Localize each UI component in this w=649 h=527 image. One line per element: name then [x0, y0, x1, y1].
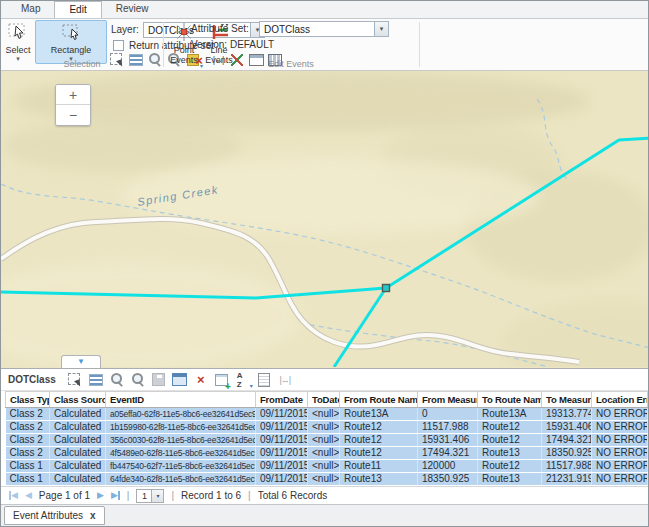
last-page-button[interactable]: ▶ [111, 491, 120, 500]
table-row[interactable]: Class 1Calculated64fde340-62f8-11e5-8bc6… [6, 473, 648, 486]
select-tool-button[interactable]: Select ▾ [3, 20, 33, 64]
previous-page-button[interactable]: ◀ [25, 491, 32, 500]
column-header-class-type[interactable]: Class Type [6, 392, 50, 408]
table-cell[interactable]: 09/11/2015 [256, 447, 308, 460]
table-cell[interactable]: Route11 [340, 460, 418, 473]
table-cell[interactable]: <null> [308, 421, 340, 434]
table-cell[interactable]: 64fde340-62f8-11e5-8bc6-ee32641d5ec9 [106, 473, 256, 486]
table-cell[interactable]: 11517.988 [542, 460, 592, 473]
table-row[interactable]: Class 1Calculatedfb447540-62f7-11e5-8bc6… [6, 460, 648, 473]
zoom-out-button[interactable]: − [56, 105, 90, 125]
table-cell[interactable]: NO ERROR [592, 408, 648, 421]
attribute-set-dropdown-arrow-icon[interactable]: ▾ [374, 22, 388, 36]
edit-notes-icon[interactable] [256, 372, 272, 388]
delete-record-icon[interactable] [193, 372, 209, 388]
table-cell[interactable]: 4f5489e0-62f8-11e5-8bc6-ee32641d5ec9 [106, 447, 256, 460]
panel-collapse-button[interactable]: ▼ [61, 355, 101, 368]
table-cell[interactable]: Class 2 [6, 408, 50, 421]
measure-ranges-icon[interactable] [277, 372, 293, 388]
table-cell[interactable]: <null> [308, 447, 340, 460]
table-cell[interactable]: Route12 [478, 460, 542, 473]
table-cell[interactable]: Route12 [340, 421, 418, 434]
table-row[interactable]: Class 2Calculated356c0030-62f8-11e5-8bc6… [6, 434, 648, 447]
ribbon-tab-map[interactable]: Map [7, 1, 54, 18]
column-header-from-measure[interactable]: From Measure [418, 392, 478, 408]
table-row[interactable]: Class 2Calculated1b159980-62f8-11e5-8bc6… [6, 421, 648, 434]
table-cell[interactable]: 0 [418, 408, 478, 421]
table-cell[interactable]: Route12 [340, 434, 418, 447]
tab-close-icon[interactable]: x [90, 511, 96, 521]
tab-event-attributes[interactable]: Event Attributes x [4, 506, 105, 525]
table-cell[interactable]: 15931.406 [542, 421, 592, 434]
table-cell[interactable]: Class 2 [6, 421, 50, 434]
map-view[interactable]: Spring Creek + − ▼ [1, 71, 648, 368]
ribbon-tab-review[interactable]: Review [102, 1, 163, 18]
table-cell[interactable]: Route12 [340, 447, 418, 460]
return-attribute-set-checkbox[interactable] [113, 40, 124, 51]
next-page-button[interactable]: ▶ [97, 491, 104, 500]
table-cell[interactable]: Calculated [50, 434, 106, 447]
table-cell[interactable]: Class 2 [6, 434, 50, 447]
table-row[interactable]: Class 2Calculateda05effa0-62f8-11e5-8bc6… [6, 408, 648, 421]
attribute-set-dropdown[interactable]: DOTClass ▾ [259, 21, 389, 37]
table-cell[interactable]: Route12 [478, 421, 542, 434]
table-cell[interactable]: fb447540-62f7-11e5-8bc6-ee32641d5ec9 [106, 460, 256, 473]
table-cell[interactable]: <null> [308, 434, 340, 447]
table-cell[interactable]: Route13A [478, 408, 542, 421]
table-cell[interactable]: Calculated [50, 447, 106, 460]
rectangle-tool-button[interactable]: Rectangle ▾ [35, 20, 107, 64]
first-page-button[interactable]: ◀ [9, 491, 18, 500]
table-cell[interactable]: 09/11/2015 [256, 473, 308, 486]
sort-records-icon[interactable]: ▾ [235, 372, 251, 388]
table-cell[interactable]: NO ERROR [592, 421, 648, 434]
table-cell[interactable]: Calculated [50, 421, 106, 434]
zoom-in-button[interactable]: + [56, 85, 90, 105]
table-cell[interactable]: Route13 [478, 473, 542, 486]
table-cell[interactable]: Route13A [340, 408, 418, 421]
table-cell[interactable]: Route12 [478, 434, 542, 447]
table-cell[interactable]: NO ERROR [592, 434, 648, 447]
page-select-arrow-icon[interactable]: ▾ [151, 490, 163, 502]
column-header-class-source[interactable]: Class Source [50, 392, 106, 408]
table-cell[interactable]: 11517.988 [418, 421, 478, 434]
column-header-location-error[interactable]: Location Error [592, 392, 648, 408]
table-cell[interactable]: NO ERROR [592, 473, 648, 486]
column-header-todate[interactable]: ToDate [308, 392, 340, 408]
table-cell[interactable]: NO ERROR [592, 447, 648, 460]
attribute-table-icon[interactable] [172, 372, 188, 388]
column-header-from-route-name[interactable]: From Route Name [340, 392, 418, 408]
table-cell[interactable]: Route13 [340, 473, 418, 486]
table-cell[interactable]: Calculated [50, 473, 106, 486]
table-cell[interactable]: 09/11/2015 [256, 421, 308, 434]
table-cell[interactable]: Class 2 [6, 447, 50, 460]
table-cell[interactable]: Calculated [50, 408, 106, 421]
select-tool-icon[interactable] [67, 372, 83, 388]
column-header-fromdate[interactable]: FromDate [256, 392, 308, 408]
table-cell[interactable]: 09/11/2015 [256, 408, 308, 421]
table-cell[interactable]: 09/11/2015 [256, 434, 308, 447]
table-cell[interactable]: Class 1 [6, 460, 50, 473]
zoom-to-selected-icon[interactable] [109, 372, 125, 388]
table-cell[interactable]: 15931.406 [418, 434, 478, 447]
table-cell[interactable]: 1b159980-62f8-11e5-8bc6-ee32641d5ec9 [106, 421, 256, 434]
ribbon-tab-edit[interactable]: Edit [54, 1, 101, 18]
table-cell[interactable]: <null> [308, 408, 340, 421]
route-junction-vertex[interactable] [383, 285, 390, 292]
table-cell[interactable]: NO ERROR [592, 460, 648, 473]
table-cell[interactable]: 356c0030-62f8-11e5-8bc6-ee32641d5ec9 [106, 434, 256, 447]
table-cell[interactable]: 09/11/2015 [256, 460, 308, 473]
table-cell[interactable]: 18350.925 [418, 473, 478, 486]
show-selected-records-icon[interactable] [88, 372, 104, 388]
add-record-icon[interactable] [214, 372, 230, 388]
table-cell[interactable]: 19313.774 [542, 408, 592, 421]
table-cell[interactable]: <null> [308, 473, 340, 486]
table-cell[interactable]: 17494.321 [542, 434, 592, 447]
table-cell[interactable]: Route13 [478, 447, 542, 460]
table-cell[interactable]: 17494.321 [418, 447, 478, 460]
column-header-to-route-name[interactable]: To Route Name [478, 392, 542, 408]
table-cell[interactable]: <null> [308, 460, 340, 473]
table-cell[interactable]: Class 1 [6, 473, 50, 486]
save-edits-icon[interactable] [151, 372, 167, 388]
page-number-select[interactable]: 1 ▾ [136, 489, 164, 503]
table-cell[interactable]: 18350.925 [542, 447, 592, 460]
